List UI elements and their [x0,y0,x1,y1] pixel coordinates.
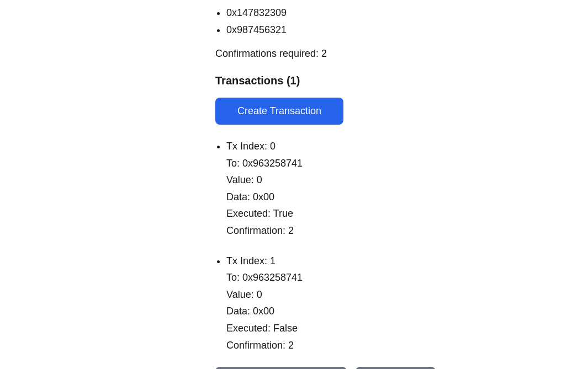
execute-button[interactable]: Execute [356,367,436,369]
tx0-value: Value: 0 [226,172,588,189]
tx0-to: To: 0x963258741 [226,155,588,172]
tx1-to: To: 0x963258741 [226,269,588,286]
page-container: 0x147832309 0x987456321 Confirmations re… [0,0,588,369]
content-area: 0x147832309 0x987456321 Confirmations re… [0,0,588,369]
transaction-item-1: Tx Index: 1 To: 0x963258741 Value: 0 Dat… [226,253,588,354]
tx1-value: Value: 0 [226,286,588,303]
address-item-0: 0x147832309 [226,6,588,20]
tx1-confirmation: Confirmation: 2 [226,337,588,354]
transaction-list: Tx Index: 0 To: 0x963258741 Value: 0 Dat… [215,138,588,354]
create-transaction-button[interactable]: Create Transaction [215,98,343,125]
tx1-data: Data: 0x00 [226,303,588,320]
address-list: 0x147832309 0x987456321 [215,6,588,38]
tx0-index: Tx Index: 0 [226,138,588,155]
confirmations-required: Confirmations required: 2 [215,46,588,61]
tx0-confirmation: Confirmation: 2 [226,222,588,239]
transactions-header: Transactions (1) [215,72,588,89]
tx1-executed: Executed: False [226,320,588,337]
tx0-executed: Executed: True [226,205,588,222]
revoke-confirmation-button[interactable]: Revoke Confirrmation [215,367,347,369]
tx1-index: Tx Index: 1 [226,253,588,270]
tx0-data: Data: 0x00 [226,189,588,206]
address-item-1: 0x987456321 [226,23,588,38]
transaction-item-0: Tx Index: 0 To: 0x963258741 Value: 0 Dat… [226,138,588,239]
action-buttons-row: Revoke Confirrmation Execute [215,367,588,369]
